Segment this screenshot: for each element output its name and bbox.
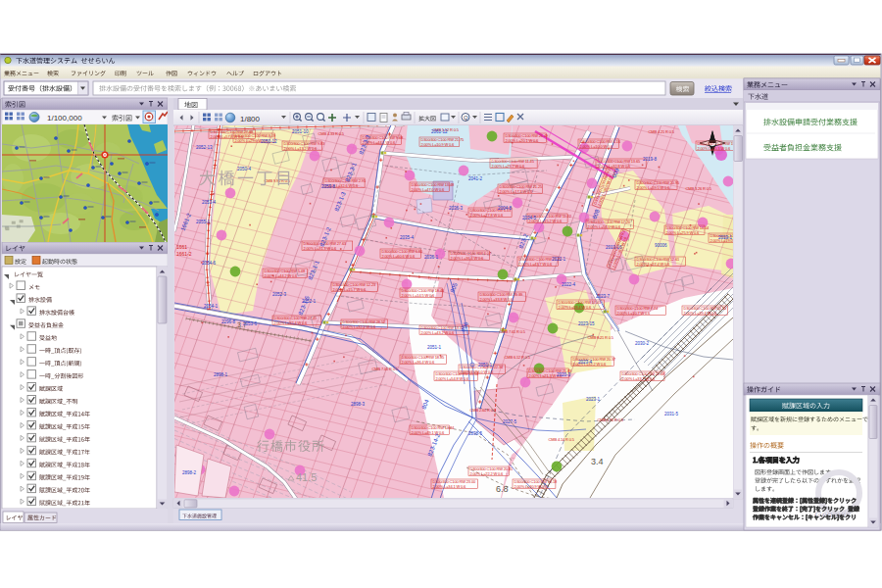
svg-text:2898-1: 2898-1 (214, 372, 228, 377)
svg-text:90006: 90006 (655, 243, 667, 248)
svg-text:2.00% L=30.9 W 0.6: 2.00% L=30.9 W 0.6 (514, 484, 549, 489)
svg-text:2.00% L=44.2 W 0.6: 2.00% L=44.2 W 0.6 (265, 273, 299, 278)
svg-text:2.00% L=60.6 W 0.6: 2.00% L=60.6 W 0.6 (382, 254, 416, 259)
svg-text:2.00% L=39.4 W 0.6: 2.00% L=39.4 W 0.6 (684, 311, 718, 316)
svg-text:2.00% L=10.7 W 0.6: 2.00% L=10.7 W 0.6 (617, 311, 652, 316)
svg-text:2050-4: 2050-4 (237, 167, 252, 172)
svg-text:2061-12: 2061-12 (431, 129, 448, 134)
svg-text:2030-2: 2030-2 (635, 341, 650, 346)
svg-text:CMB 7.61 R 0.5: CMB 7.61 R 0.5 (500, 329, 526, 334)
svg-text:2004-8: 2004-8 (498, 206, 513, 211)
svg-text:2.00% L=27.4 W 0.6: 2.00% L=27.4 W 0.6 (637, 262, 671, 267)
svg-text:2041-2: 2041-2 (468, 176, 483, 181)
svg-text:2.00% L=10.0 W 0.6: 2.00% L=10.0 W 0.6 (580, 144, 614, 149)
svg-text:2.00% L=47.0 W 0.6: 2.00% L=47.0 W 0.6 (412, 187, 446, 192)
svg-text:2023-1: 2023-1 (586, 397, 601, 402)
svg-text:2.00% L=32.4 W 0.6: 2.00% L=32.4 W 0.6 (274, 320, 309, 325)
svg-text:2022-1: 2022-1 (552, 257, 566, 262)
svg-text:2052-3: 2052-3 (272, 292, 287, 297)
svg-text:2.00% L=32.2 W 0.6: 2.00% L=32.2 W 0.6 (343, 324, 377, 329)
svg-text:2020-3: 2020-3 (557, 372, 571, 377)
svg-text:2.00% L=59.5 W 0.6: 2.00% L=59.5 W 0.6 (637, 185, 671, 190)
svg-text:2.00% L=13.2 W 0.6: 2.00% L=13.2 W 0.6 (284, 146, 318, 151)
svg-text:2022-4: 2022-4 (562, 282, 576, 287)
svg-text:2.00% L=33.8 W 0.6: 2.00% L=33.8 W 0.6 (480, 297, 514, 302)
svg-text:2054-6: 2054-6 (202, 261, 217, 266)
svg-text:1/100,000: 1/100,000 (47, 114, 82, 122)
svg-text:2.00% L=25.9 W 0.6: 2.00% L=25.9 W 0.6 (666, 230, 701, 235)
svg-text:2050-12: 2050-12 (261, 139, 277, 144)
svg-text:2034-5: 2034-5 (522, 216, 537, 220)
svg-text:3.4: 3.4 (591, 457, 604, 466)
svg-text:2.00% L=29.7 W 0.6: 2.00% L=29.7 W 0.6 (492, 164, 526, 169)
svg-text:2898-2: 2898-2 (182, 470, 197, 475)
svg-text:2052-13: 2052-13 (196, 145, 213, 150)
svg-text:CMB 9.90 R 0.5: CMB 9.90 R 0.5 (265, 178, 291, 183)
svg-text:2023-15: 2023-15 (578, 321, 595, 326)
svg-text:2.00% L=17.3 W 0.6: 2.00% L=17.3 W 0.6 (500, 189, 534, 194)
svg-text:2.00% L=36.4 W 0.6: 2.00% L=36.4 W 0.6 (451, 256, 485, 261)
svg-text:CMB 4.14 R 0.5: CMB 4.14 R 0.5 (549, 437, 575, 442)
svg-text:2053-6: 2053-6 (243, 321, 258, 326)
svg-text:2035-4: 2035-4 (400, 235, 415, 240)
svg-text:2.00% L=22.2 W 0.6: 2.00% L=22.2 W 0.6 (470, 471, 505, 476)
svg-text:2.00% L=43.7 W 0.6: 2.00% L=43.7 W 0.6 (519, 262, 554, 267)
svg-text:1/800: 1/800 (240, 115, 261, 123)
svg-text:2019-8: 2019-8 (643, 157, 658, 162)
svg-text:2036-3: 2036-3 (449, 206, 464, 211)
svg-text:CMB 5.70 R 0.5: CMB 5.70 R 0.5 (598, 417, 624, 422)
svg-text:2.00% L=49.1 W 0.6: 2.00% L=49.1 W 0.6 (412, 430, 446, 435)
svg-text:2.00% L=10.9 W 0.6: 2.00% L=10.9 W 0.6 (421, 142, 456, 147)
svg-text:2.00% L=34.1 W 0.6: 2.00% L=34.1 W 0.6 (433, 484, 467, 489)
svg-text:2.00% L=50.3 W 0.6: 2.00% L=50.3 W 0.6 (698, 146, 732, 151)
svg-text:2023-4: 2023-4 (578, 360, 593, 365)
svg-text:1661-2: 1661-2 (176, 251, 192, 257)
svg-text:2055-1: 2055-1 (196, 220, 211, 224)
svg-text:CMB 7.00 R 0.5: CMB 7.00 R 0.5 (372, 367, 399, 371)
svg-text:CMB 4.33 R 0.5: CMB 4.33 R 0.5 (318, 131, 345, 136)
svg-text:2019-1: 2019-1 (718, 235, 733, 240)
svg-text:2.00% L=54.8 W 0.6: 2.00% L=54.8 W 0.6 (436, 376, 470, 381)
svg-text:2898-3: 2898-3 (351, 402, 366, 407)
svg-text:2.00% L=56.0 W 0.6: 2.00% L=56.0 W 0.6 (588, 224, 622, 229)
svg-text:2.00% L=20.1 W 0.6: 2.00% L=20.1 W 0.6 (506, 138, 540, 143)
svg-text:CMB 6.12 R 0.5: CMB 6.12 R 0.5 (505, 355, 531, 360)
svg-text:2.00% L=36.4 W 0.6: 2.00% L=36.4 W 0.6 (402, 360, 436, 365)
svg-text:2.00% L=15.7 W 0.6: 2.00% L=15.7 W 0.6 (333, 287, 368, 292)
svg-text:2.00% L=59.4 W 0.6: 2.00% L=59.4 W 0.6 (559, 305, 593, 310)
svg-text:6.8: 6.8 (496, 484, 509, 494)
svg-text:41.5: 41.5 (296, 471, 317, 483)
svg-text:2898-5: 2898-5 (468, 431, 483, 436)
svg-text:2.00% L=14.5 W 0.6: 2.00% L=14.5 W 0.6 (402, 293, 436, 298)
svg-text:CMB 2.60 R 0.5: CMB 2.60 R 0.5 (470, 408, 497, 413)
svg-text:1661: 1661 (176, 244, 187, 250)
svg-text:2036-1: 2036-1 (424, 255, 439, 260)
svg-text:2053-8: 2053-8 (321, 184, 336, 189)
svg-text:Q: Q (464, 115, 468, 121)
svg-text:2051-1: 2051-1 (478, 363, 493, 368)
svg-text:2.00% L=33.7 W 0.6: 2.00% L=33.7 W 0.6 (622, 376, 657, 381)
svg-text:2054-1: 2054-1 (204, 304, 219, 309)
svg-text:2051-1: 2051-1 (427, 345, 442, 350)
svg-text:2051-10: 2051-10 (292, 129, 309, 134)
svg-text:2027-5: 2027-5 (503, 419, 517, 424)
svg-text:2296-8: 2296-8 (221, 319, 236, 324)
svg-text:2.00% L=43.2 W 0.6: 2.00% L=43.2 W 0.6 (421, 330, 456, 335)
svg-text:CMB 8.21 R 0.5: CMB 8.21 R 0.5 (588, 335, 614, 340)
svg-text:CMB 4.21 R 0.5: CMB 4.21 R 0.5 (649, 129, 675, 134)
svg-text:CMB 3.26 R 0.5: CMB 3.26 R 0.5 (686, 186, 712, 191)
svg-text:2031-5: 2031-5 (664, 412, 679, 416)
svg-text:2053-4: 2053-4 (202, 200, 217, 205)
svg-text:2.00% L=27.8 W 0.6: 2.00% L=27.8 W 0.6 (470, 213, 505, 218)
